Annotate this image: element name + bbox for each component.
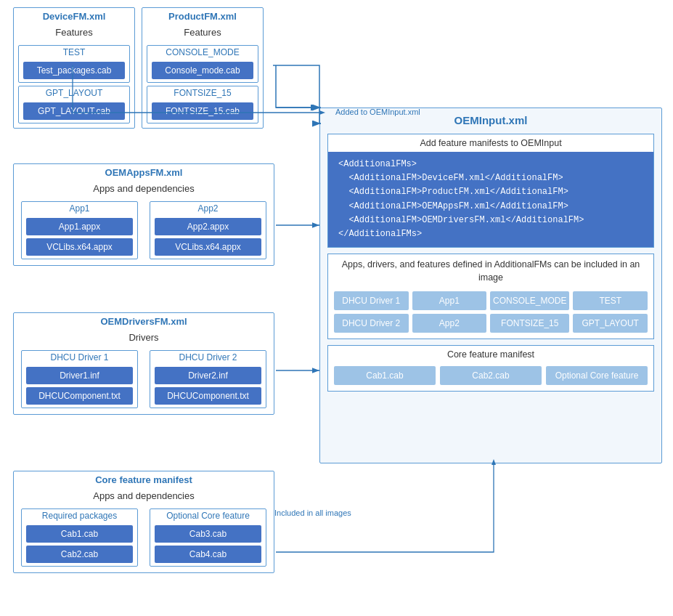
optional-core-group: Optional Core feature Cab3.cab Cab4.cab (150, 508, 266, 567)
apps-drivers-section: Apps, drivers, and features defined in A… (327, 254, 654, 339)
dhcu2-title: DHCU Driver 2 (150, 351, 266, 364)
required-packages-title: Required packages (22, 509, 137, 522)
product-fm-section: Features (142, 25, 263, 42)
core-cab1: Cab1.cab (334, 366, 436, 385)
product-fm-box: ProductFM.xml Features CONSOLE_MODE Cons… (142, 7, 264, 129)
product-fm-title: ProductFM.xml (142, 8, 263, 25)
required-packages-group: Required packages Cab1.cab Cab2.cab (21, 508, 138, 567)
grid-gpt-layout: GPT_LAYOUT (573, 314, 648, 333)
oem-apps-section: Apps and dependencies (14, 181, 274, 198)
app1-appx: App1.appx (26, 218, 133, 235)
gpt-layout-group-title: GPT_LAYOUT (19, 86, 129, 100)
oem-drivers-section: Drivers (14, 330, 274, 347)
core-feature-section: Apps and dependencies (14, 488, 274, 506)
xml-line-3: <AdditionalFM>ProductFM.xml</AdditionalF… (338, 185, 643, 199)
oem-drivers-fm-box: OEMDriversFM.xml Drivers DHCU Driver 1 D… (13, 312, 274, 415)
cab1-file: Cab1.cab (26, 525, 133, 543)
console-mode-title: CONSOLE_MODE (147, 46, 258, 59)
core-feature-title: Core feature manifest (14, 471, 274, 488)
grid-app2: App2 (412, 314, 487, 333)
dhcu1-group: DHCU Driver 1 Driver1.inf DHCUComponent.… (21, 350, 138, 408)
cab2-file: Cab2.cab (26, 546, 133, 563)
add-feature-section: Add feature manifests to OEMInput <Addit… (327, 134, 654, 248)
app2-group: App2 App2.appx VCLibs.x64.appx (150, 201, 266, 259)
driver2-inf: Driver2.inf (155, 367, 261, 384)
test-group-title: TEST (19, 46, 129, 59)
device-fm-section: Features (14, 25, 134, 42)
test-group: TEST Test_packages.cab (18, 45, 130, 83)
add-feature-title: Add feature manifests to OEMInput (328, 134, 653, 152)
dhcu2-group: DHCU Driver 2 Driver2.inf DHCUComponent.… (150, 350, 266, 408)
oem-drivers-fm-title: OEMDriversFM.xml (14, 313, 274, 330)
arrow-from-left-top (273, 65, 321, 123)
app1-group: App1 App1.appx VCLibs.x64.appx (21, 201, 138, 259)
apps-drivers-grid: DHCU Driver 1 App1 CONSOLE_MODE TEST DHC… (328, 288, 653, 339)
driver1-inf: Driver1.inf (26, 367, 133, 384)
gpt-layout-file: GPT_LAYOUT.cab (23, 102, 125, 120)
grid-console-mode: CONSOLE_MODE (490, 291, 569, 310)
xml-line-6: </AdditionalFMs> (338, 227, 643, 241)
apps-drivers-title: Apps, drivers, and features defined in A… (328, 254, 653, 288)
fontsize-group: FONTSIZE_15 FONTSIZE_15.cab (147, 86, 258, 123)
core-optional: Optional Core feature (546, 366, 648, 385)
dhcu-component2: DHCUComponent.txt (155, 387, 261, 405)
optional-core-title: Optional Core feature (150, 509, 266, 522)
xml-line-2: <AdditionalFM>DeviceFM.xml</AdditionalFM… (338, 171, 643, 185)
console-mode-file: Console_mode.cab (152, 62, 253, 79)
grid-dhcu2: DHCU Driver 2 (334, 314, 409, 333)
diagram-container: DeviceFM.xml Features TEST Test_packages… (0, 0, 673, 616)
core-manifest-inner-section: Core feature manifest Cab1.cab Cab2.cab … (327, 345, 654, 392)
vclibs-app1: VCLibs.x64.appx (26, 238, 133, 256)
vclibs-app2: VCLibs.x64.appx (155, 238, 261, 256)
grid-dhcu1: DHCU Driver 1 (334, 291, 409, 310)
app2-appx: App2.appx (155, 218, 261, 235)
fontsize-title: FONTSIZE_15 (147, 86, 258, 100)
oem-apps-fm-box: OEMAppsFM.xml Apps and dependencies App1… (13, 163, 274, 266)
console-mode-group: CONSOLE_MODE Console_mode.cab (147, 45, 258, 83)
dhcu-component1: DHCUComponent.txt (26, 387, 133, 405)
xml-code-box: <AdditionalFMs> <AdditionalFM>DeviceFM.x… (328, 152, 653, 247)
cab3-file: Cab3.cab (155, 525, 261, 543)
fontsize-file: FONTSIZE_15.cab (152, 102, 253, 120)
grid-fontsize: FONTSIZE_15 (490, 314, 569, 333)
included-in-label: Included in all images (274, 508, 351, 517)
cab4-file: Cab4.cab (155, 546, 261, 563)
oem-apps-fm-title: OEMAppsFM.xml (14, 164, 274, 181)
grid-test: TEST (573, 291, 648, 310)
app1-title: App1 (22, 202, 137, 215)
core-manifest-inner-title: Core feature manifest (328, 346, 653, 363)
gpt-layout-group: GPT_LAYOUT GPT_LAYOUT.cab (18, 86, 130, 123)
core-cab2: Cab2.cab (440, 366, 542, 385)
added-to-label: Added to OEMInput.xml (335, 108, 420, 116)
xml-line-4: <AdditionalFM>OEMAppsFM.xml</AdditionalF… (338, 200, 643, 214)
app2-title: App2 (150, 202, 266, 215)
device-fm-box: DeviceFM.xml Features TEST Test_packages… (13, 7, 135, 129)
xml-line-5: <AdditionalFM>OEMDriversFM.xml</Addition… (338, 214, 643, 227)
oem-input-box: OEMInput.xml Add feature manifests to OE… (319, 108, 662, 463)
test-packages-file: Test_packages.cab (23, 62, 125, 79)
core-manifest-grid: Cab1.cab Cab2.cab Optional Core feature (328, 363, 653, 391)
grid-app1: App1 (412, 291, 487, 310)
device-fm-title: DeviceFM.xml (14, 8, 134, 25)
core-feature-box: Core feature manifest Apps and dependenc… (13, 471, 274, 573)
dhcu1-title: DHCU Driver 1 (22, 351, 137, 364)
xml-line-1: <AdditionalFMs> (338, 158, 643, 171)
arrow-added-to-path (276, 65, 319, 108)
